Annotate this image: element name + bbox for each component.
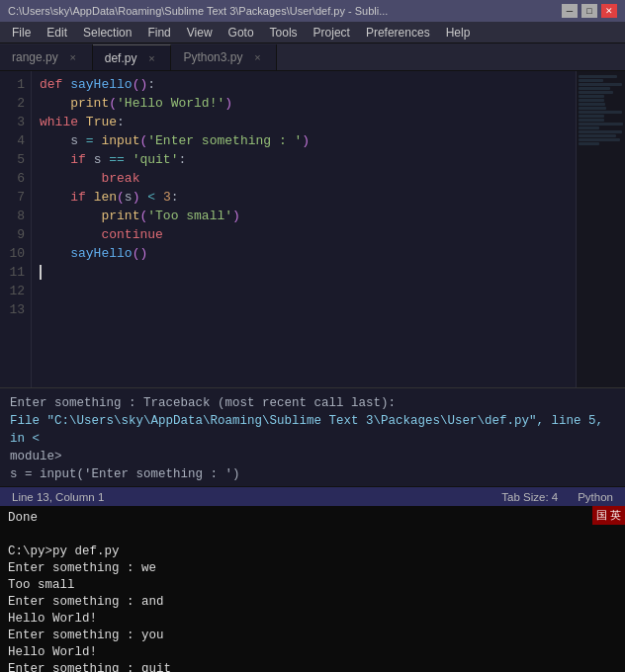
token: : bbox=[117, 115, 125, 129]
minimap-line bbox=[579, 138, 620, 141]
menu-item-tools[interactable]: Tools bbox=[262, 24, 306, 42]
terminal-line: Hello World! bbox=[8, 611, 617, 628]
title-bar: C:\Users\sky\AppData\Roaming\Sublime Tex… bbox=[0, 0, 625, 22]
status-left: Line 13, Column 1 bbox=[12, 491, 104, 503]
tab-label: range.py bbox=[12, 50, 58, 64]
code-line: def sayHello(): bbox=[40, 75, 568, 94]
tab-label: def.py bbox=[105, 51, 137, 65]
console-line: Enter something : Traceback (most recent… bbox=[10, 394, 615, 412]
token: ( bbox=[117, 190, 125, 205]
minimap-line bbox=[579, 130, 622, 133]
token: def bbox=[40, 77, 62, 92]
tab-close-icon[interactable]: × bbox=[250, 50, 264, 64]
minimap-line bbox=[579, 142, 599, 145]
code-line bbox=[40, 263, 568, 282]
code-line: print('Hello World!') bbox=[40, 94, 568, 113]
console-line: s = input('Enter something : ') bbox=[10, 465, 615, 483]
terminal-line: Too small bbox=[8, 577, 617, 594]
tab-range-py[interactable]: range.py× bbox=[0, 44, 93, 70]
ime-indicator: 国 英 bbox=[592, 506, 625, 525]
minimap-line bbox=[579, 123, 623, 126]
token: continue bbox=[101, 227, 162, 242]
line-number: 8 bbox=[0, 207, 25, 225]
token bbox=[40, 190, 70, 205]
token: sayHello bbox=[70, 77, 132, 92]
code-editor[interactable]: def sayHello(): print('Hello World!')whi… bbox=[32, 71, 576, 387]
menu-item-find[interactable]: Find bbox=[139, 24, 178, 42]
token: 'Enter something : ' bbox=[147, 133, 302, 148]
cursor-position: Line 13, Column 1 bbox=[12, 491, 104, 503]
token: == bbox=[109, 152, 125, 167]
token: : bbox=[171, 190, 179, 205]
minimap-line bbox=[579, 134, 616, 137]
token bbox=[86, 190, 94, 205]
token: 'quit' bbox=[133, 152, 179, 167]
line-number: 10 bbox=[0, 244, 25, 263]
code-line: print('Too small') bbox=[40, 207, 568, 225]
minimap-line bbox=[579, 107, 606, 110]
token bbox=[40, 246, 70, 261]
menu-bar: FileEditSelectionFindViewGotoToolsProjec… bbox=[0, 22, 625, 43]
line-number: 3 bbox=[0, 113, 25, 131]
terminal-line: Enter something : you bbox=[8, 628, 617, 644]
tab-close-icon[interactable]: × bbox=[144, 51, 158, 65]
tab-Python3-py[interactable]: Python3.py× bbox=[171, 44, 277, 70]
minimap-line bbox=[579, 99, 604, 102]
title-text: C:\Users\sky\AppData\Roaming\Sublime Tex… bbox=[8, 5, 388, 17]
line-number: 7 bbox=[0, 188, 25, 207]
terminal-line: Done bbox=[8, 510, 617, 527]
token bbox=[125, 152, 133, 167]
token: = bbox=[86, 133, 94, 148]
token: s bbox=[40, 133, 86, 148]
code-line: if len(s) < 3: bbox=[40, 188, 568, 207]
token: if bbox=[70, 190, 86, 205]
token: 3 bbox=[163, 190, 171, 205]
line-number: 13 bbox=[0, 300, 25, 319]
minimap-line bbox=[579, 115, 604, 118]
token: len bbox=[94, 190, 117, 205]
token: s bbox=[86, 152, 109, 167]
minimap-line bbox=[579, 91, 613, 94]
line-number: 12 bbox=[0, 282, 25, 300]
token: () bbox=[133, 246, 148, 261]
token bbox=[40, 96, 70, 111]
token: break bbox=[101, 171, 139, 186]
console-line: File "C:\Users\sky\AppData\Roaming\Subli… bbox=[10, 412, 615, 448]
menu-item-file[interactable]: File bbox=[4, 24, 39, 42]
line-numbers: 12345678910111213 bbox=[0, 71, 32, 387]
close-button[interactable]: ✕ bbox=[601, 4, 617, 18]
terminal-line: C:\py>py def.py bbox=[8, 544, 617, 560]
menu-item-help[interactable]: Help bbox=[438, 24, 479, 42]
token bbox=[40, 227, 101, 242]
menu-item-edit[interactable]: Edit bbox=[39, 24, 75, 42]
token: ) bbox=[232, 209, 240, 223]
menu-item-goto[interactable]: Goto bbox=[221, 24, 262, 42]
token: if bbox=[70, 152, 86, 167]
menu-item-project[interactable]: Project bbox=[306, 24, 358, 42]
tab-close-icon[interactable]: × bbox=[66, 50, 80, 64]
menu-item-preferences[interactable]: Preferences bbox=[358, 24, 438, 42]
terminal-line: Enter something : and bbox=[8, 594, 617, 611]
minimap-line bbox=[579, 111, 622, 114]
line-number: 5 bbox=[0, 150, 25, 169]
token bbox=[78, 115, 86, 129]
terminal-line: Enter something : quit bbox=[8, 661, 617, 672]
maximize-button[interactable]: □ bbox=[581, 4, 597, 18]
token: sayHello bbox=[70, 246, 132, 261]
code-line: break bbox=[40, 169, 568, 188]
token: : bbox=[147, 77, 155, 92]
token bbox=[40, 209, 101, 223]
menu-item-view[interactable]: View bbox=[179, 24, 221, 42]
menu-item-selection[interactable]: Selection bbox=[75, 24, 139, 42]
console-line: module> bbox=[10, 448, 615, 465]
status-right: Tab Size: 4 Python bbox=[501, 491, 613, 503]
token: ) bbox=[302, 133, 310, 148]
minimap-line bbox=[579, 126, 599, 129]
token bbox=[40, 152, 70, 167]
terminal-area[interactable]: 国 英 Done C:\py>py def.pyEnter something … bbox=[0, 506, 625, 672]
window-controls: ─ □ ✕ bbox=[562, 4, 617, 18]
token: () bbox=[133, 77, 148, 92]
tab-def-py[interactable]: def.py× bbox=[93, 44, 172, 70]
token: input bbox=[101, 133, 139, 148]
minimize-button[interactable]: ─ bbox=[562, 4, 578, 18]
